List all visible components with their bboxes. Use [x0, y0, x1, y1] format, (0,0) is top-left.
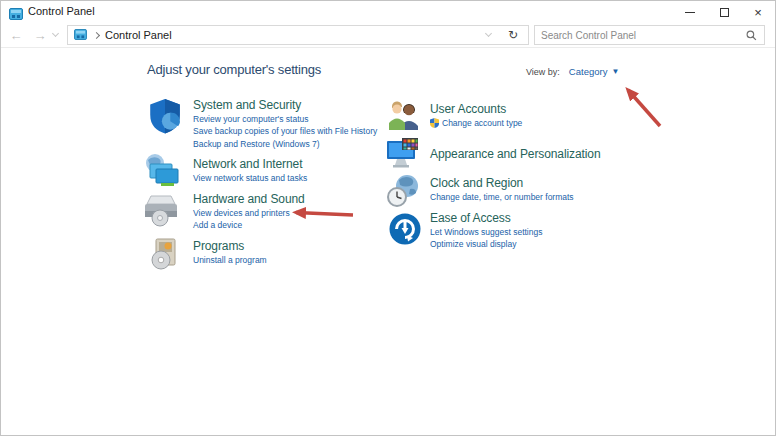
link-review-computer-status[interactable]: Review your computer's status	[193, 113, 377, 125]
category-title[interactable]: Appearance and Personalization	[430, 147, 600, 162]
refresh-icon: ↻	[508, 28, 518, 42]
category-appearance-and-personalization: Appearance and Personalization	[430, 147, 600, 162]
back-button[interactable]: ←	[5, 23, 27, 47]
category-title[interactable]: Network and Internet	[193, 157, 307, 172]
category-title[interactable]: Hardware and Sound	[193, 192, 305, 207]
category-title[interactable]: Clock and Region	[430, 176, 574, 191]
search-box	[534, 25, 765, 45]
software-box-icon[interactable]	[147, 236, 183, 276]
search-input[interactable]	[535, 30, 746, 41]
uac-shield-icon	[430, 118, 439, 128]
breadcrumb-bar[interactable]: Control Panel	[67, 25, 499, 45]
globe-clock-icon[interactable]	[386, 173, 422, 213]
category-programs: Programs Uninstall a program	[193, 239, 267, 266]
control-panel-icon	[74, 26, 87, 44]
category-system-and-security: System and Security Review your computer…	[193, 98, 377, 150]
category-hardware-and-sound: Hardware and Sound View devices and prin…	[193, 192, 305, 232]
dropdown-arrow-icon: ▼	[611, 67, 619, 76]
view-by-dropdown[interactable]: Category	[569, 66, 608, 77]
maximize-button[interactable]	[707, 1, 741, 23]
chevron-down-icon	[51, 30, 58, 37]
back-arrow-icon: ←	[10, 28, 23, 43]
category-title[interactable]: System and Security	[193, 98, 377, 113]
control-panel-app-icon	[9, 6, 23, 24]
minimize-button[interactable]	[673, 1, 707, 23]
category-title[interactable]: User Accounts	[430, 102, 522, 117]
minimize-icon	[685, 12, 695, 13]
link-change-account-type[interactable]: Change account type	[430, 117, 522, 129]
link-view-devices-and-printers[interactable]: View devices and printers	[193, 207, 305, 219]
view-by-control: View by: Category ▼	[526, 66, 619, 77]
link-let-windows-suggest-settings[interactable]: Let Windows suggest settings	[430, 226, 542, 238]
category-network-and-internet: Network and Internet View network status…	[193, 157, 307, 184]
users-icon[interactable]	[387, 100, 420, 134]
refresh-button[interactable]: ↻	[498, 25, 529, 45]
category-ease-of-access: Ease of Access Let Windows suggest setti…	[430, 211, 542, 251]
category-title[interactable]: Programs	[193, 239, 267, 254]
link-backup-restore-windows7[interactable]: Backup and Restore (Windows 7)	[193, 138, 377, 150]
category-title[interactable]: Ease of Access	[430, 211, 542, 226]
forward-button[interactable]: →	[29, 23, 51, 47]
view-by-label: View by:	[526, 67, 560, 77]
control-panel-window: Control Panel × ← → ↑ Control Panel	[0, 0, 776, 436]
link-uninstall-a-program[interactable]: Uninstall a program	[193, 254, 267, 266]
shield-icon[interactable]	[146, 97, 184, 139]
control-panel-home: Adjust your computer's settings View by:…	[1, 48, 775, 435]
breadcrumb-item-control-panel[interactable]: Control Panel	[105, 29, 172, 41]
link-change-date-time-formats[interactable]: Change date, time, or number formats	[430, 191, 574, 203]
title-bar: Control Panel ×	[1, 1, 775, 23]
close-button[interactable]: ×	[741, 1, 775, 23]
ease-of-access-icon[interactable]	[388, 212, 422, 250]
search-icon	[746, 30, 757, 41]
link-optimize-visual-display[interactable]: Optimize visual display	[430, 238, 542, 250]
category-user-accounts: User Accounts Change account type	[430, 102, 522, 129]
link-file-history-backup[interactable]: Save backup copies of your files with Fi…	[193, 125, 377, 137]
close-icon: ×	[754, 6, 762, 19]
display-personalization-icon[interactable]	[385, 136, 423, 176]
navigation-toolbar: ← → ↑ Control Panel ↻	[1, 23, 775, 48]
category-clock-and-region: Clock and Region Change date, time, or n…	[430, 176, 574, 203]
maximize-icon	[720, 8, 729, 17]
page-heading: Adjust your computer's settings	[147, 62, 321, 77]
link-add-a-device[interactable]: Add a device	[193, 219, 305, 231]
network-icon[interactable]	[142, 152, 182, 193]
breadcrumb-dropdown-icon[interactable]	[485, 30, 492, 37]
link-view-network-status[interactable]: View network status and tasks	[193, 172, 307, 184]
window-title: Control Panel	[28, 5, 95, 17]
forward-arrow-icon: →	[34, 28, 47, 43]
breadcrumb-chevron-icon	[93, 31, 100, 38]
printer-icon[interactable]	[140, 192, 182, 234]
